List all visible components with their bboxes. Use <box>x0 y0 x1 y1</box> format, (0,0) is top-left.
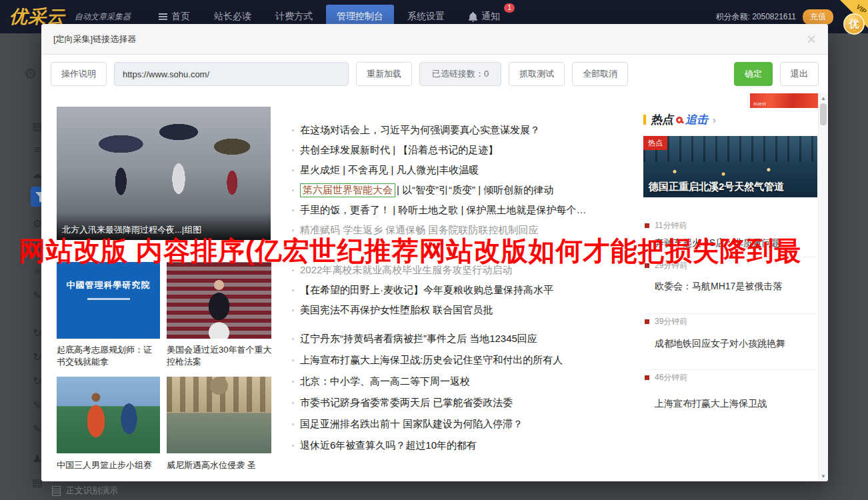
headline-link[interactable]: 【在希望的田野上·麦收记】今年夏粮收购总量保持高水平 <box>291 280 640 300</box>
hot-timeline-item[interactable]: 29分钟前 欧委会：马航MH17是被俄击落 <box>645 260 817 314</box>
body-recognition-demo-item[interactable]: 正文识别演示 <box>52 485 118 497</box>
headline-link[interactable]: 国足亚洲排名跌出前十 国家队建设为何陷入停滞？ <box>291 413 640 435</box>
reload-button[interactable]: 重新加载 <box>356 62 412 86</box>
timeline-title[interactable]: 上海宣布打赢大上海保卫战 <box>655 398 817 410</box>
modal-toolbar: 操作说明 重新加载 已选链接数：0 抓取测试 全部取消 确定 退出 <box>41 55 828 93</box>
timeline-time: 11分钟前 <box>655 220 687 231</box>
hot-title-right: 追击 <box>685 112 708 127</box>
bullet-dot <box>292 359 294 361</box>
help-button[interactable]: 操作说明 <box>51 62 107 86</box>
recharge-button[interactable]: 充值 <box>803 9 833 25</box>
menu-label: 系统设置 <box>407 11 445 23</box>
timeline-title[interactable]: 欧委会：马航MH17是被俄击落 <box>655 281 817 293</box>
hot-section-header[interactable]: 热点 追击 › <box>643 112 817 127</box>
url-input[interactable] <box>114 62 349 86</box>
bell-icon <box>469 12 477 22</box>
headline-link-selected[interactable]: 第六届世界智能大会 | 以“智变”引“质变” | 倾听创新的律动 <box>291 180 640 200</box>
selected-link-highlight[interactable]: 第六届世界智能大会 <box>300 183 395 197</box>
thumb-caption[interactable]: 中国三人男篮止步小组赛 <box>57 459 163 471</box>
hot-lead-image[interactable]: 热点 德国正重启北溪2号天然气管道 <box>643 136 817 197</box>
hot-timeline-item[interactable]: 11分钟前 奔驰车起火 4S店：非质量问题 <box>645 220 817 257</box>
timeline-bullet <box>645 223 649 228</box>
scroll-down-arrow[interactable]: ▼ <box>819 473 828 479</box>
thumb-caption[interactable]: 威尼斯遇高水位侵袭 圣 <box>167 459 273 471</box>
menu-icon <box>159 13 167 20</box>
headline-list-bottom: 辽宁丹东“持黄码者看病被拦”事件之后 当地12345回应 上海宣布打赢大上海保卫… <box>291 328 640 456</box>
confirm-button[interactable]: 确定 <box>734 62 773 86</box>
document-icon <box>52 486 61 496</box>
headline-link[interactable]: 辽宁丹东“持黄码者看病被拦”事件之后 当地12345回应 <box>291 328 640 349</box>
timeline-bullet <box>645 375 649 380</box>
embedded-webpage: xuexi 北方入汛来最强降雨过程今夜...|组图 在这场对话会上，习近平为何强… <box>41 93 828 481</box>
cancel-all-button[interactable]: 全部取消 <box>572 62 628 86</box>
menu-label: 计费方式 <box>275 11 313 23</box>
headline-link[interactable]: 手里的饭，更香了！ | 聆听土地之歌 | 保护黑土地就是保护每个… <box>291 200 640 220</box>
promo-banner-image[interactable]: xuexi <box>750 93 819 108</box>
headline-link[interactable]: 2022年离校未就业高校毕业生服务攻坚行动启动 <box>291 260 640 280</box>
modal-title: [定向采集]链接选择器 <box>53 33 136 45</box>
bullet-dot <box>292 381 294 383</box>
hot-timeline-item[interactable]: 39分钟前 成都地铁回应女子对小孩跳艳舞 <box>645 316 817 370</box>
gear-icon[interactable] <box>24 65 37 83</box>
modal-header: [定向采集]链接选择器 × <box>41 24 828 55</box>
lead-photo[interactable]: 北方入汛来最强降雨过程今夜...|组图 <box>57 107 271 240</box>
timeline-bullet <box>645 263 649 268</box>
headline-link[interactable]: 市委书记跻身省委常委两天后 已掌舵省委政法委 <box>291 392 640 413</box>
magnifier-icon <box>676 117 683 123</box>
thumb-venice[interactable] <box>167 377 271 453</box>
headline-link[interactable]: 美国宪法不再保护女性堕胎权 联合国官员批 <box>291 300 640 320</box>
exit-button[interactable]: 退出 <box>780 62 819 86</box>
bullet-dot <box>292 269 294 271</box>
headline-link[interactable]: 上海宣布打赢大上海保卫战:历史会记住坚守和付出的所有人 <box>291 349 640 371</box>
headline-link[interactable]: 退休近6年被查算久吗？超过10年的都有 <box>291 435 640 456</box>
bullet-dot <box>292 445 294 447</box>
bullet-dot <box>292 189 294 191</box>
hot-title-left: 热点 <box>651 112 673 127</box>
timeline-time: 29分钟前 <box>655 260 687 271</box>
chevron-right-icon[interactable]: › <box>713 114 716 125</box>
app-tagline: 自动文章采集器 <box>75 11 131 23</box>
timeline-time: 39分钟前 <box>655 316 687 327</box>
points-balance: 积分余额: 2050821611 <box>715 11 796 23</box>
headline-list-top: 在这场对话会上，习近平为何强调要真心实意谋发展？ 共创全球发展新时代 | 【沿着… <box>291 120 640 320</box>
bullet-dot <box>292 423 294 425</box>
screen: 优采云 自动文章采集器 首页 站长必读 计费方式 管理控制台 系统设置 通知 1 <box>0 0 868 500</box>
headline-link[interactable]: 精准赋码 学生返乡 保通保畅 国务院联防联控机制回应 <box>291 220 640 240</box>
thumb-academy-text: 中國管理科學研究院 <box>67 280 151 290</box>
banner-text: xuexi <box>753 101 766 107</box>
floating-coin-widget[interactable]: 优 <box>843 13 865 35</box>
bullet-dot <box>292 229 294 231</box>
bullet-dot <box>292 338 294 340</box>
bullet-dot <box>292 289 294 291</box>
scrollbar-thumb[interactable] <box>820 103 827 125</box>
headline-link-covered[interactable] <box>291 240 640 260</box>
link-selector-modal: [定向采集]链接选择器 × 操作说明 重新加载 已选链接数：0 抓取测试 全部取… <box>41 24 828 481</box>
thumb-caption[interactable]: 起底高考志愿规划师：证书交钱就能拿 <box>57 344 158 368</box>
lead-photo-caption: 北方入汛来最强降雨过程今夜...|组图 <box>57 212 271 240</box>
menu-label: 通知 <box>481 11 500 23</box>
left-sidebar <box>0 33 41 500</box>
menu-label: 首页 <box>171 11 190 23</box>
thumb-caption[interactable]: 美国会通过近30年首个重大控枪法案 <box>167 344 273 368</box>
demo-label: 正文识别演示 <box>66 485 118 497</box>
hot-timeline-item[interactable]: 46分钟前 上海宣布打赢大上海保卫战 <box>645 372 817 410</box>
bullet-dot <box>292 209 294 211</box>
thumb-academy[interactable]: 中國管理科學研究院 <box>57 262 160 339</box>
timeline-title[interactable]: 成都地铁回应女子对小孩跳艳舞 <box>655 338 817 350</box>
headline-link[interactable]: 在这场对话会上，习近平为何强调要真心实意谋发展？ <box>291 120 640 140</box>
scrollbar[interactable]: ▲ ▼ <box>818 93 828 481</box>
notification-badge: 1 <box>504 3 515 13</box>
headline-link[interactable]: 共创全球发展新时代 | 【沿着总书记的足迹】 <box>291 140 640 160</box>
hot-badge: 热点 <box>643 136 667 150</box>
grab-test-button[interactable]: 抓取测试 <box>509 62 565 86</box>
menu-label: 管理控制台 <box>337 11 383 23</box>
headline-link[interactable]: 星火成炬 | 不舍再见 | 凡人微光|丰收温暖 <box>291 160 640 180</box>
thumb-basketball[interactable] <box>57 377 160 453</box>
timeline-title[interactable]: 奔驰车起火 4S店：非质量问题 <box>655 237 817 249</box>
bullet-dot <box>292 149 294 151</box>
scroll-up-arrow[interactable]: ▲ <box>819 95 828 101</box>
headline-link[interactable]: 北京：中小学、高一高二等下周一返校 <box>291 371 640 392</box>
thumb-biden[interactable] <box>167 262 271 339</box>
timeline-time: 46分钟前 <box>655 372 687 383</box>
close-icon[interactable]: × <box>807 31 816 47</box>
